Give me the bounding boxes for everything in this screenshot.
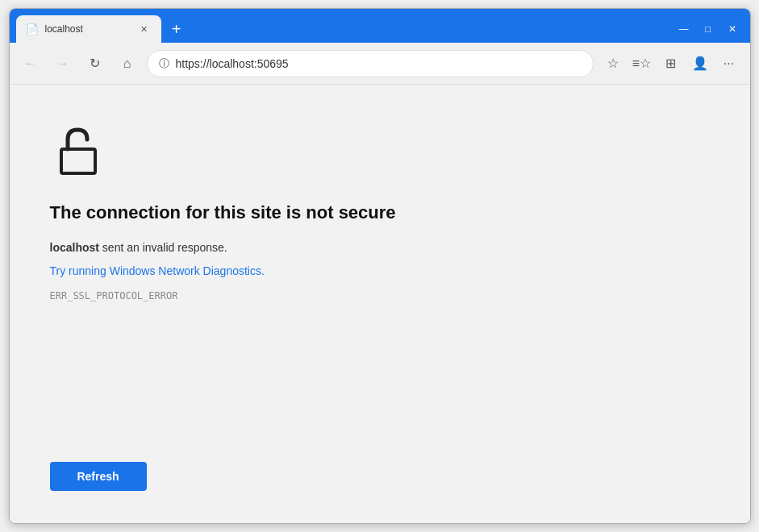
tab-close-button[interactable]: ✕ bbox=[137, 22, 152, 36]
svg-rect-0 bbox=[61, 149, 95, 173]
refresh-nav-button[interactable]: ↻ bbox=[82, 51, 108, 77]
error-description-bold: localhost bbox=[50, 241, 99, 254]
home-button[interactable]: ⌂ bbox=[115, 51, 140, 77]
favorites-button[interactable]: ≡☆ bbox=[629, 51, 655, 77]
active-tab[interactable]: 📄 localhost ✕ bbox=[16, 15, 161, 43]
minimize-button[interactable]: — bbox=[673, 20, 695, 38]
page-content: The connection for this site is not secu… bbox=[10, 85, 750, 523]
title-bar: 📄 localhost ✕ + — □ ✕ bbox=[10, 9, 750, 43]
tab-title: localhost bbox=[45, 23, 131, 35]
address-field[interactable]: ⓘ https://localhost:50695 bbox=[147, 50, 594, 77]
error-heading: The connection for this site is not secu… bbox=[50, 202, 710, 223]
browser-window: 📄 localhost ✕ + — □ ✕ ← → ↻ ⌂ ⓘ https://… bbox=[9, 8, 751, 524]
forward-button[interactable]: → bbox=[50, 51, 76, 77]
favorite-button[interactable]: ☆ bbox=[600, 51, 626, 77]
lock-icon-container bbox=[50, 123, 710, 183]
more-button[interactable]: ··· bbox=[716, 51, 742, 77]
address-bar: ← → ↻ ⌂ ⓘ https://localhost:50695 ☆ ≡☆ ⊞… bbox=[10, 43, 750, 85]
error-code: ERR_SSL_PROTOCOL_ERROR bbox=[50, 290, 710, 301]
close-button[interactable]: ✕ bbox=[721, 20, 744, 38]
new-tab-button[interactable]: + bbox=[165, 17, 189, 41]
address-url: https://localhost:50695 bbox=[176, 57, 582, 70]
window-controls: — □ ✕ bbox=[673, 20, 744, 38]
diagnostic-link[interactable]: Try running Windows Network Diagnostics. bbox=[50, 264, 710, 277]
tab-favicon-icon: 📄 bbox=[26, 23, 39, 35]
toolbar-actions: ☆ ≡☆ ⊞ 👤 ··· bbox=[600, 51, 742, 77]
lock-icon bbox=[50, 123, 106, 180]
refresh-button[interactable]: Refresh bbox=[50, 462, 147, 491]
error-description-rest: sent an invalid response. bbox=[99, 241, 227, 254]
back-button[interactable]: ← bbox=[18, 51, 44, 77]
security-icon: ⓘ bbox=[159, 56, 169, 71]
collections-button[interactable]: ⊞ bbox=[658, 51, 684, 77]
spacer bbox=[50, 314, 710, 462]
maximize-button[interactable]: □ bbox=[697, 20, 719, 38]
error-description: localhost sent an invalid response. bbox=[50, 239, 710, 256]
profile-button[interactable]: 👤 bbox=[687, 51, 713, 77]
